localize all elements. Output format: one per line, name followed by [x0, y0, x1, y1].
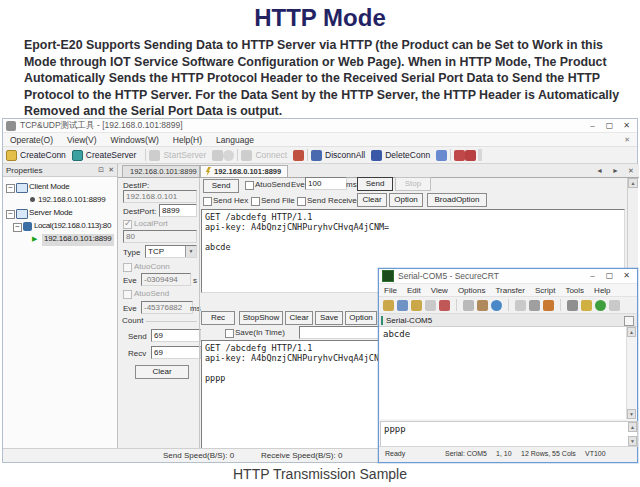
send-option-button[interactable]: Option: [389, 193, 423, 207]
send-group-button[interactable]: Send: [203, 179, 239, 193]
tab-next-icon[interactable]: ►: [612, 167, 623, 174]
recv-count-field[interactable]: 69: [151, 346, 201, 359]
menu-help[interactable]: Help(H): [166, 135, 209, 145]
crt-menu-edit[interactable]: Edit: [402, 286, 426, 295]
close-icon[interactable]: ✕: [618, 119, 635, 132]
crt-menu-view[interactable]: View: [426, 286, 453, 295]
type-select[interactable]: TCP ▼: [145, 245, 197, 258]
session-options-icon[interactable]: [581, 300, 592, 311]
toolbar-overflow-grip[interactable]: [478, 149, 482, 161]
send-received-checkbox[interactable]: [297, 197, 306, 206]
connect-button[interactable]: Connect: [241, 150, 287, 161]
stop-server-icon[interactable]: [223, 150, 234, 161]
command-window[interactable]: pppp ▲ ▼: [380, 421, 638, 447]
scroll-up-icon[interactable]: ▲: [627, 327, 636, 337]
receive-clear-button[interactable]: Clear: [285, 311, 313, 325]
print-icon[interactable]: [515, 300, 526, 311]
rec-group-button[interactable]: Rec: [201, 311, 235, 325]
send-hex-checkbox[interactable]: [203, 197, 212, 206]
menubar-close-icon[interactable]: ✕: [617, 136, 637, 144]
crt-menu-help[interactable]: Help: [589, 286, 615, 295]
minimize-icon[interactable]: –: [584, 119, 601, 132]
eve-interval-field[interactable]: 100: [305, 177, 347, 190]
send-count-field[interactable]: 69: [151, 329, 201, 342]
maximize-icon[interactable]: ▢: [601, 119, 618, 132]
paste-icon[interactable]: [477, 300, 488, 311]
stop-button[interactable]: Stop: [395, 177, 431, 191]
delete-conn-button[interactable]: DeleteConn: [371, 150, 430, 161]
crt-menu-file[interactable]: File: [379, 286, 402, 295]
tree-item-server-local[interactable]: Local(192.168.0.113):80: [34, 221, 111, 233]
tab-prev-icon[interactable]: ◄: [596, 167, 607, 174]
server-icon[interactable]: [212, 150, 223, 161]
tree-item-client-mode[interactable]: Client Mode: [29, 182, 70, 194]
send-clear-button[interactable]: Clear: [357, 193, 387, 207]
local-port-field[interactable]: 80: [123, 230, 197, 243]
scroll-down-icon[interactable]: ▼: [628, 436, 637, 446]
terminal-screen[interactable]: abcde: [380, 327, 628, 419]
copy-icon[interactable]: [436, 150, 447, 161]
minimize-icon[interactable]: –: [584, 269, 601, 282]
scroll-up-icon[interactable]: ▲: [628, 422, 637, 432]
create-conn-button[interactable]: CreateConn: [6, 150, 66, 161]
start-server-button[interactable]: StartServer: [149, 150, 206, 161]
create-server-button[interactable]: CreateServer: [72, 150, 137, 161]
crt-menu-tools[interactable]: Tools: [560, 286, 589, 295]
menu-operate[interactable]: Operate(O): [3, 135, 60, 145]
stop-show-button[interactable]: StopShow: [239, 311, 283, 325]
menu-language[interactable]: Language: [209, 135, 261, 145]
scroll-up-icon[interactable]: ▲: [628, 178, 638, 188]
scroll-down-icon[interactable]: ▼: [627, 409, 636, 419]
eve2-field[interactable]: -45376882: [141, 301, 193, 314]
atuosend-checkbox[interactable]: [245, 181, 254, 190]
maximize-icon[interactable]: ▢: [601, 269, 618, 282]
save-button[interactable]: Save: [315, 311, 343, 325]
quick-connect-icon[interactable]: [397, 300, 408, 311]
atuo-send-checkbox[interactable]: [123, 290, 132, 299]
tab-close-icon[interactable]: ✕: [628, 167, 638, 175]
disconnect-icon[interactable]: [293, 150, 304, 161]
pin-icon[interactable]: ⊡: [98, 166, 104, 174]
disconn-all-button[interactable]: DisconnAll: [311, 150, 365, 161]
expander-icon[interactable]: −: [13, 223, 22, 232]
dest-port-field[interactable]: 8899: [159, 204, 197, 217]
disconnect-icon[interactable]: [439, 300, 450, 311]
session-tab-2-active[interactable]: 192.168.0.101:8899: [200, 165, 288, 177]
crt-session-tab[interactable]: Serial-COM5: [386, 316, 432, 325]
copy-icon[interactable]: [463, 300, 474, 311]
crt-menu-script[interactable]: Script: [530, 286, 560, 295]
clear-all-icon[interactable]: [454, 150, 465, 161]
send-button[interactable]: Send: [357, 177, 393, 191]
session-tab-close-icon[interactable]: [624, 316, 634, 326]
close-icon[interactable]: ✕: [618, 269, 635, 282]
local-port-checkbox[interactable]: ✓: [123, 220, 132, 229]
send-file-checkbox[interactable]: [251, 197, 260, 206]
session-tab-1[interactable]: 192.168.0.101:8899: [122, 165, 200, 177]
tree-item-server-conn[interactable]: 192.168.0.101:8899: [42, 234, 114, 246]
clone-session-icon[interactable]: [425, 300, 436, 311]
terminal-scrollbar[interactable]: ▲ ▼: [626, 327, 636, 419]
transfer-icon[interactable]: [543, 300, 554, 311]
keymap-icon[interactable]: [609, 300, 620, 311]
properties-icon[interactable]: [567, 300, 578, 311]
exit-icon[interactable]: [465, 150, 476, 161]
atuo-conn-checkbox[interactable]: [123, 263, 132, 272]
menu-view[interactable]: View(V): [60, 135, 104, 145]
expander-icon[interactable]: −: [6, 210, 15, 219]
find-icon[interactable]: [491, 300, 502, 311]
receive-option-button[interactable]: Option: [345, 311, 377, 325]
crt-menu-transfer[interactable]: Transfer: [490, 286, 530, 295]
save-in-time-checkbox[interactable]: [225, 329, 234, 338]
menu-windows[interactable]: Windows(W): [104, 135, 166, 145]
broad-option-button[interactable]: BroadOption: [427, 193, 487, 207]
help-icon[interactable]: [595, 300, 606, 311]
count-clear-button[interactable]: Clear: [135, 365, 189, 379]
tree-item-server-mode[interactable]: Server Mode: [29, 208, 73, 220]
form-splitter[interactable]: [199, 178, 200, 450]
connect-icon[interactable]: [383, 300, 394, 311]
panel-close-icon[interactable]: ✕: [108, 166, 114, 174]
session-manager-icon[interactable]: [411, 300, 422, 311]
expander-icon[interactable]: −: [6, 184, 15, 193]
crt-menu-options[interactable]: Options: [453, 286, 491, 295]
tree-item-client-conn[interactable]: 192.168.0.101:8899: [38, 195, 106, 207]
